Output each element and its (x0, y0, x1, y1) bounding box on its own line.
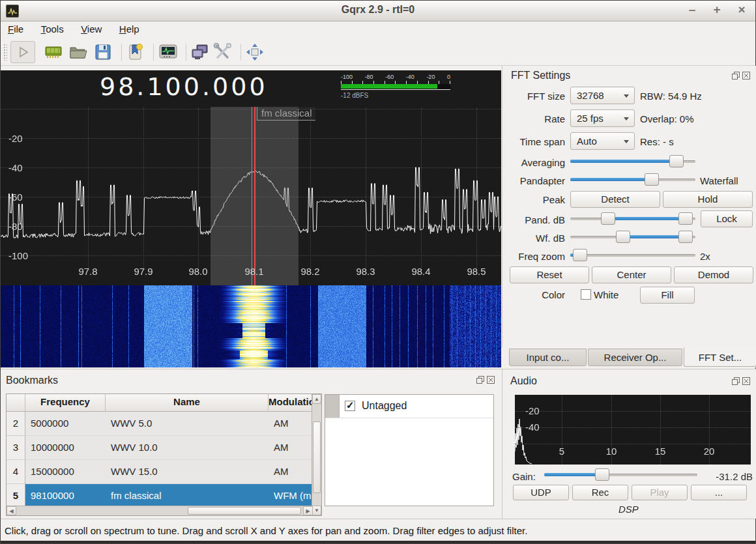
center-button[interactable]: Center (592, 266, 671, 283)
table-row[interactable]: 4 15000000 WWV 15.0 AM (7, 460, 312, 484)
lock-button[interactable]: Lock (701, 210, 753, 227)
vertical-scrollbar[interactable]: ▲ ▼ (312, 394, 321, 515)
averaging-slider[interactable] (570, 155, 695, 167)
bookmark-tag-list[interactable]: Untagged (325, 394, 494, 506)
titlebar[interactable]: Gqrx 2.9 - rtl=0 – + × (1, 1, 755, 21)
menu-tools[interactable]: Tools (34, 21, 71, 36)
cell-name[interactable]: WWV 10.0 (106, 436, 269, 460)
remote-control-button[interactable] (189, 41, 211, 63)
menu-help[interactable]: Help (112, 21, 147, 36)
cell-name[interactable]: WWV 15.0 (106, 460, 269, 484)
start-dsp-button[interactable] (10, 41, 35, 63)
scrollbar-thumb[interactable] (188, 507, 301, 515)
close-panel-icon[interactable] (487, 376, 495, 384)
dsp-processing-button[interactable] (157, 41, 179, 63)
db-axis-label[interactable]: -80 (8, 221, 23, 232)
reset-button[interactable]: Reset (510, 266, 589, 283)
audio-gain-slider[interactable] (544, 468, 697, 481)
column-header-name[interactable]: Name (106, 394, 269, 411)
freq-axis-label[interactable]: 98.0 (179, 266, 218, 277)
float-panel-icon[interactable] (732, 72, 740, 79)
float-panel-icon[interactable] (732, 377, 740, 385)
io-devices-button[interactable] (42, 41, 65, 63)
db-axis-label[interactable]: -100 (8, 250, 28, 261)
table-row[interactable]: 2 5000000 WWV 5.0 AM (7, 412, 312, 436)
slider-handle[interactable] (595, 468, 609, 481)
db-axis-label[interactable]: -40 (8, 162, 23, 173)
freq-axis-label[interactable]: 98.5 (457, 266, 496, 277)
configure-button[interactable] (212, 41, 234, 63)
more-options-button[interactable]: ... (691, 485, 747, 500)
column-header-modulation[interactable]: Modulation (269, 394, 312, 411)
db-axis-label[interactable]: -20 (8, 133, 23, 144)
close-panel-icon[interactable] (742, 72, 750, 79)
peak-hold-button[interactable]: Hold (663, 191, 753, 208)
freq-axis-label[interactable]: 98.1 (235, 266, 274, 277)
toolbar-drag-handle[interactable] (3, 44, 7, 61)
cell-modulation[interactable]: AM (269, 412, 312, 436)
waterfall[interactable] (1, 285, 501, 367)
rec-button[interactable]: Rec (572, 485, 628, 500)
time-span-combo[interactable]: Auto (570, 132, 635, 150)
tab-fft-settings[interactable]: FFT Set... (684, 347, 756, 367)
demod-button[interactable]: Demod (674, 266, 753, 283)
cell-modulation[interactable]: WFM (mono) (269, 484, 312, 508)
horizontal-scrollbar[interactable]: ◀ ▶ (7, 506, 313, 515)
menu-view[interactable]: View (74, 21, 109, 36)
waterfall-db-range-slider[interactable] (570, 231, 695, 243)
slider-handle-min[interactable] (616, 231, 630, 243)
scroll-left-button[interactable]: ◀ (7, 506, 16, 515)
table-header[interactable]: Frequency Name Modulation (7, 394, 312, 412)
tuning-line[interactable] (254, 107, 255, 285)
freq-axis-label[interactable]: 98.2 (291, 266, 330, 277)
fft-size-combo[interactable]: 32768 (570, 87, 635, 104)
table-row[interactable]: 3 10000000 WWV 10.0 AM (7, 436, 312, 460)
freq-axis-label[interactable]: 97.9 (124, 266, 163, 277)
scroll-down-button[interactable]: ▼ (312, 506, 321, 515)
freq-axis-label[interactable]: 98.3 (346, 266, 385, 277)
float-panel-icon[interactable] (476, 376, 484, 384)
slider-handle-min[interactable] (601, 212, 615, 225)
tag-row-untagged[interactable]: Untagged (325, 395, 493, 418)
freq-axis-label[interactable]: 98.4 (401, 266, 441, 277)
freq-axis-label[interactable]: 97.8 (68, 266, 108, 277)
fullscreen-button[interactable] (244, 41, 266, 63)
slider-handle-max[interactable] (678, 212, 693, 225)
cell-frequency[interactable]: 5000000 (25, 412, 106, 436)
bookmarks-button[interactable] (124, 41, 147, 63)
tab-receiver-options[interactable]: Receiver Op... (588, 349, 682, 366)
fill-button[interactable]: Fill (640, 287, 695, 304)
slider-handle[interactable] (669, 155, 684, 167)
maximize-button[interactable]: + (710, 3, 724, 17)
save-settings-button[interactable] (92, 41, 114, 63)
pandapter-db-range-slider[interactable] (570, 212, 695, 225)
pandapter-waterfall-slider[interactable] (570, 173, 695, 186)
play-button[interactable]: Play (632, 485, 688, 500)
bookmarks-table[interactable]: Frequency Name Modulation 2 5000000 WWV … (6, 394, 322, 516)
cell-name[interactable]: fm classical (106, 484, 269, 508)
scrollbar-thumb[interactable] (313, 422, 321, 493)
freq-zoom-slider[interactable] (570, 249, 695, 261)
close-panel-icon[interactable] (742, 377, 750, 385)
frequency-display[interactable]: 98.100.000 (100, 72, 268, 101)
cell-name[interactable]: WWV 5.0 (106, 412, 269, 436)
pandapter[interactable]: 98.100.000 -100 -80 -60 -40 -20 0 -12 dB… (1, 70, 501, 285)
table-row-selected[interactable]: 5 98100000 fm classical WFM (mono) (7, 484, 312, 508)
menu-file[interactable]: File (1, 21, 31, 36)
cell-modulation[interactable]: AM (269, 436, 312, 460)
db-axis-label[interactable]: -60 (8, 192, 23, 203)
column-header-frequency[interactable]: Frequency (25, 394, 106, 411)
slider-handle[interactable] (645, 173, 659, 186)
load-settings-button[interactable] (67, 41, 89, 63)
color-white-checkbox[interactable] (581, 289, 591, 300)
cell-frequency[interactable]: 15000000 (25, 460, 106, 484)
cell-frequency[interactable]: 10000000 (25, 436, 106, 460)
slider-handle[interactable] (573, 249, 587, 261)
tag-color-swatch[interactable] (325, 395, 340, 418)
cell-frequency[interactable]: 98100000 (25, 484, 106, 508)
close-button[interactable]: × (734, 3, 749, 17)
udp-button[interactable]: UDP (513, 485, 569, 500)
bookmark-flag[interactable]: fm classical (257, 107, 315, 121)
cell-modulation[interactable]: AM (269, 460, 312, 484)
tab-input-controls[interactable]: Input co... (509, 349, 587, 366)
